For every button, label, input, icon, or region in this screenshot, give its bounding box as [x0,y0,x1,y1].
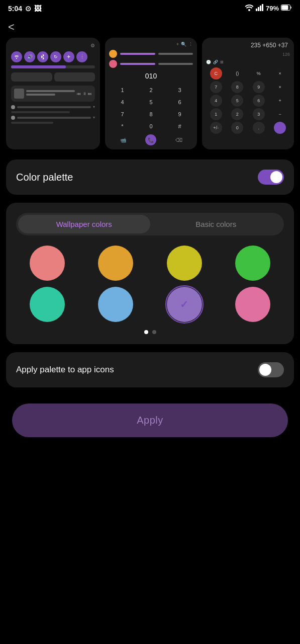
gear-icon: ⚙ [90,43,95,48]
status-right: 79% [245,4,292,13]
status-left: 5:04 ⊙ 🖼 [8,5,41,13]
list-line [17,106,91,108]
tab-wallpaper-colors[interactable]: Wallpaper colors [18,215,150,233]
swatch-4[interactable] [235,246,270,281]
tab-basic-colors[interactable]: Basic colors [150,215,282,233]
search-icon: 🔍 [181,42,186,47]
avatar-2 [109,60,117,68]
svg-point-7 [16,58,17,59]
key-hash: # [166,121,193,131]
quick-settings-preview: ⚙ 🔊 ↻ ✈ ⋮ ⏮⏸⏭ [6,38,100,149]
calc-tab-link: 🔗 [213,60,218,64]
swatch-1[interactable] [30,246,65,281]
dot-2 [152,330,156,334]
dot-1 [144,330,148,334]
volume-icon: 🔊 [24,51,35,62]
calc-2: 2 [231,108,243,120]
app-icons-section: Apply palette to app icons [6,352,294,387]
phone-keypad: 1 2 3 4 5 6 7 8 9 * 0 # [109,85,193,131]
calc-percent: % [253,67,265,79]
toggle-knob [270,171,282,183]
calc-6: 6 [253,95,265,107]
more-icon: ⋮ [188,42,193,47]
key-9: 9 [166,109,193,119]
avatar-1 [109,50,117,58]
contact-line-1a [120,53,155,55]
media-info [26,90,75,97]
media-thumbnail [14,89,24,99]
video-call-icon: 📹 [118,134,129,145]
apply-button[interactable]: Apply [12,404,288,437]
svg-rect-6 [282,6,288,10]
add-icon: + [176,42,179,47]
swatch-5[interactable] [30,287,65,322]
app-icons-toggle[interactable] [258,362,284,377]
key-0: 0 [138,121,164,131]
app-icons-toggle-row: Apply palette to app icons [16,362,284,377]
calc-4: 4 [210,95,222,107]
calc-sub: + [274,95,286,107]
phone-bottom-actions: 📹 📞 ⌫ [109,134,193,145]
time: 5:04 [8,5,22,13]
calc-9: 9 [253,81,265,93]
swatch-8[interactable] [235,287,270,322]
qs-action-buttons [11,72,95,82]
key-1: 1 [109,85,136,95]
calc-paren: () [231,67,243,79]
contact-line-2b [158,63,193,65]
calc-tab-grid: ⊞ [220,60,224,64]
color-tabs: Wallpaper colors Basic colors [16,213,284,235]
calc-tabs: 🕐 🔗 ⊞ [206,60,290,64]
swatch-3[interactable] [167,246,202,281]
calc-result: 126 [206,52,290,57]
signal-icon [256,4,264,13]
calculator-preview: 235 +650 +37 126 🕐 🔗 ⊞ C () % × 7 8 9 × … [202,38,294,149]
phone-top-bar: + 🔍 ⋮ [109,42,193,47]
notification-icon: ⊙ [25,5,31,13]
wifi-icon [245,4,254,13]
brightness-fill [11,65,66,68]
battery-icon [281,5,292,12]
list-dot [11,105,15,109]
back-button[interactable]: < [0,15,300,38]
calc-5: 5 [231,95,243,107]
list-line-2 [17,117,91,119]
swatch-2[interactable] [98,246,133,281]
calc-add: − [274,108,286,120]
key-star: * [109,121,136,131]
key-5: 5 [138,97,164,107]
qs-btn-1 [11,72,52,82]
calc-div: × [274,67,286,79]
key-4: 4 [109,97,136,107]
calc-pm: +/- [210,122,222,134]
delete-icon: ⌫ [173,134,184,145]
palette-toggle[interactable] [258,170,284,185]
calc-0: 0 [231,122,243,134]
svg-rect-2 [258,7,259,11]
palette-title: Color palette [16,172,73,183]
color-palette-section: Color palette [6,159,294,195]
key-8: 8 [138,109,164,119]
apply-button-container: Apply [0,395,300,457]
palette-toggle-row: Color palette [16,170,284,185]
calc-dot: . [253,122,265,134]
swatch-7-selected[interactable]: ✓ [167,287,202,322]
media-controls: ⏮⏸⏭ [77,92,92,96]
more-icon: ⋮ [76,51,87,62]
calc-mul: × [274,81,286,93]
contact-line-2a [120,63,155,65]
calc-1: 1 [210,108,222,120]
status-bar: 5:04 ⊙ 🖼 79% [0,0,300,15]
wifi-toggle-icon [11,51,22,62]
media-title-line [26,90,75,92]
swatch-6[interactable] [98,287,133,322]
media-artist-line [26,94,55,96]
color-swatches: ✓ [16,246,284,322]
call-button: 📞 [145,134,156,145]
brightness-track [11,65,95,68]
qs-list-1: ▾ [11,105,95,109]
media-player: ⏮⏸⏭ [11,86,95,102]
phone-dialer-preview: + 🔍 ⋮ 010 1 2 3 4 5 6 7 8 9 [105,38,197,149]
bluetooth-icon [37,51,48,62]
svg-point-0 [248,9,250,11]
